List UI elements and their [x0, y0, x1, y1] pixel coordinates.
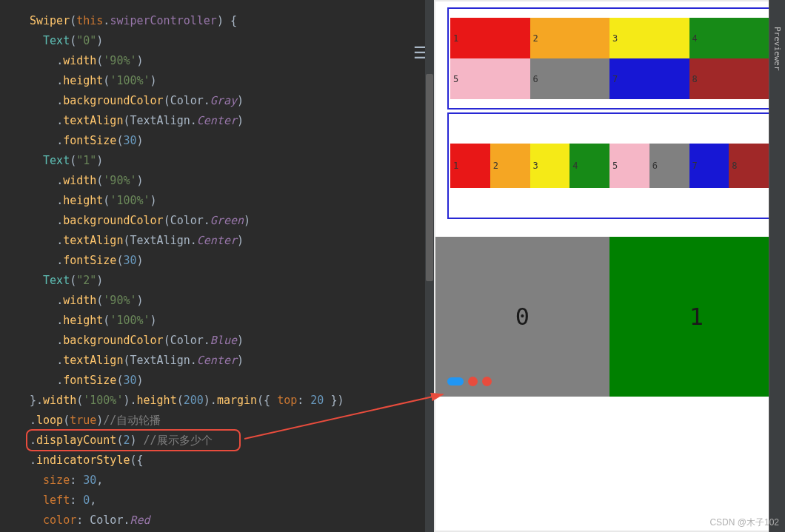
code-line: Text("1")	[30, 151, 434, 171]
previewer-side-tab[interactable]: Previewer	[769, 0, 785, 532]
grid-cell: 8	[689, 58, 769, 99]
code-line: .height('100%')	[30, 191, 434, 211]
code-line: .width('90%')	[30, 51, 434, 71]
code-line: .displayCount(2) //展示多少个	[30, 431, 434, 451]
code-line: .width('90%')	[30, 171, 434, 191]
code-line: left: 0,	[30, 491, 434, 511]
code-line: .backgroundColor(Color.Gray)	[30, 91, 434, 111]
swiper-preview[interactable]: 0 1	[435, 237, 784, 397]
code-line: Text("2")	[30, 271, 434, 291]
grid-cell: 6	[649, 144, 689, 188]
code-line: .backgroundColor(Color.Green)	[30, 211, 434, 231]
grid-cell: 2	[530, 18, 610, 58]
grid-cell: 3	[609, 18, 689, 58]
code-line: .backgroundColor(Color.Blue)	[30, 331, 434, 351]
watermark-text: CSDN @木子102	[709, 516, 779, 529]
code-line: .loop(true)//自动轮播	[30, 411, 434, 431]
code-line: .fontSize(30)	[30, 131, 434, 151]
preview-panel: 12345678 12345678 0 1	[434, 0, 785, 532]
grid-8col-container: 12345678	[447, 112, 772, 219]
scrollbar-track[interactable]	[425, 0, 434, 532]
code-line: .fontSize(30)	[30, 371, 434, 391]
previewer-tab-label: Previewer	[772, 27, 782, 71]
grid-cell: 4	[569, 144, 609, 188]
code-editor-panel[interactable]: Swiper(this.swiperController) { Text("0"…	[0, 0, 434, 532]
code-line: Swiper(this.swiperController) {	[30, 11, 434, 31]
code-line: .indicatorStyle({	[30, 451, 434, 471]
grid-cell: 2	[490, 144, 530, 188]
code-line: .width('90%')	[30, 291, 434, 311]
code-line: .textAlign(TextAlign.Center)	[30, 231, 434, 251]
grid-8col: 12345678	[450, 144, 769, 188]
code-line: color: Color.Red	[30, 511, 434, 531]
code-line: }.width('100%').height(200).margin({ top…	[30, 391, 434, 411]
code-line: .height('100%')	[30, 71, 434, 91]
grid-cell: 7	[689, 144, 729, 188]
preview-content: 12345678 12345678 0 1	[435, 1, 784, 531]
swiper-indicator[interactable]	[447, 377, 492, 386]
grid-4col-container: 12345678	[447, 7, 772, 110]
swiper-page-1: 1	[609, 237, 784, 397]
grid-cell: 3	[530, 144, 570, 188]
code-line: size: 30,	[30, 471, 434, 491]
code-line: .fontSize(30)	[30, 251, 434, 271]
grid-cell: 5	[450, 58, 530, 99]
grid-cell: 8	[729, 144, 769, 188]
grid-4col: 12345678	[450, 18, 769, 99]
indicator-dot[interactable]	[468, 377, 478, 386]
code-line: Text("0")	[30, 31, 434, 51]
grid-cell: 5	[609, 144, 649, 188]
indicator-dot-active[interactable]	[447, 377, 464, 385]
grid-cell: 1	[450, 18, 530, 58]
indicator-dot[interactable]	[482, 377, 492, 386]
grid-cell: 1	[450, 144, 490, 188]
scrollbar-thumb[interactable]	[426, 74, 433, 281]
grid-cell: 6	[530, 58, 610, 99]
grid-cell: 7	[609, 58, 689, 99]
code-line: .textAlign(TextAlign.Center)	[30, 351, 434, 371]
swiper-page-0: 0	[435, 237, 609, 397]
grid-cell: 4	[689, 18, 769, 58]
code-line: .textAlign(TextAlign.Center)	[30, 111, 434, 131]
code-line: .height('100%')	[30, 311, 434, 331]
